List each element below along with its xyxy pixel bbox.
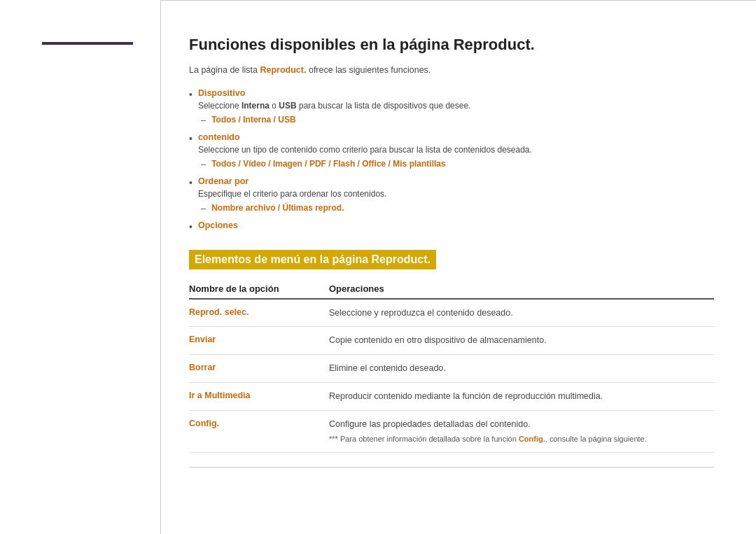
- bullet-content: Dispositivo Seleccione Interna o USB par…: [198, 88, 714, 125]
- bullet-title: Opciones: [198, 220, 714, 230]
- table-row: Enviar Copie contenido en otro dispositi…: [189, 327, 714, 355]
- sub-dash: –: [201, 203, 206, 213]
- intro-highlight: Reproduct.: [260, 65, 306, 75]
- page-title: Funciones disponibles en la página Repro…: [189, 36, 714, 54]
- left-sidebar: [0, 0, 161, 534]
- list-item: • Opciones: [189, 220, 714, 233]
- row-name: Borrar: [189, 362, 329, 372]
- features-list: • Dispositivo Seleccione Interna o USB p…: [189, 88, 714, 233]
- bullet-title: Dispositivo: [198, 88, 714, 98]
- row-name: Ir a Multimedia: [189, 390, 329, 400]
- bullet-dot: •: [189, 177, 192, 189]
- bullet-title: contenido: [198, 132, 714, 142]
- bullet-content: Ordenar por Especifique el criterio para…: [198, 176, 714, 213]
- bullet-dot: •: [189, 221, 192, 233]
- sub-item: – Nombre archivo / Últimas reprod.: [198, 203, 714, 213]
- col-name-header: Nombre de la opción: [189, 283, 329, 294]
- sub-text: Todos / Vídeo / Imagen / PDF / Flash / O…: [211, 159, 446, 169]
- main-content: Funciones disponibles en la página Repro…: [161, 0, 756, 534]
- note-after: , consulte la página siguiente.: [545, 435, 647, 443]
- intro-paragraph: La página de lista Reproduct. ofrece las…: [189, 64, 714, 77]
- sub-dash: –: [201, 159, 206, 169]
- list-item: • contenido Seleccione un tipo de conten…: [189, 132, 714, 169]
- section2-header: Elementos de menú en la página Reproduct…: [189, 250, 436, 269]
- menu-table: Nombre de la opción Operaciones Reprod. …: [189, 283, 714, 468]
- table-header-row: Nombre de la opción Operaciones: [189, 283, 714, 300]
- bullet-dot: •: [189, 133, 192, 145]
- table-row: Borrar Elimine el contenido deseado.: [189, 355, 714, 383]
- bullet-content: Opciones: [198, 220, 714, 232]
- intro-text-after: ofrece las siguientes funciones.: [306, 65, 430, 75]
- row-name: Enviar: [189, 334, 329, 344]
- bullet-dot: •: [189, 89, 192, 101]
- bullet-content: contenido Seleccione un tipo de contenid…: [198, 132, 714, 169]
- sub-text: Nombre archivo / Últimas reprod.: [211, 203, 344, 213]
- row-ops: Copie contenido en otro dispositivo de a…: [329, 334, 714, 347]
- row-ops: Reproducir contenido mediante la función…: [329, 390, 714, 403]
- sub-text: Todos / Interna / USB: [211, 115, 295, 125]
- bullet-desc: Especifique el criterio para ordenar los…: [198, 188, 714, 200]
- list-item: • Ordenar por Especifique el criterio pa…: [189, 176, 714, 213]
- note-highlight: Config.: [519, 435, 545, 443]
- note-before: *** Para obtener información detallada s…: [329, 435, 519, 443]
- sub-item: – Todos / Interna / USB: [198, 115, 714, 125]
- list-item: • Dispositivo Seleccione Interna o USB p…: [189, 88, 714, 125]
- bullet-title: Ordenar por: [198, 176, 714, 186]
- bullet-desc: Seleccione Interna o USB para buscar la …: [198, 99, 714, 112]
- row-ops-main: Configure las propiedades detalladas del…: [329, 418, 714, 431]
- col-ops-header: Operaciones: [329, 283, 714, 294]
- table-row: Reprod. selec. Seleccione y reproduzca e…: [189, 300, 714, 328]
- row-note: *** Para obtener información detallada s…: [329, 433, 714, 445]
- sidebar-decoration: [42, 42, 133, 45]
- sub-item: – Todos / Vídeo / Imagen / PDF / Flash /…: [198, 159, 714, 169]
- row-name: Reprod. selec.: [189, 307, 329, 317]
- row-ops: Seleccione y reproduzca el contenido des…: [329, 307, 714, 320]
- sub-dash: –: [201, 115, 206, 125]
- bottom-border: [189, 467, 714, 468]
- bullet-desc: Seleccione un tipo de contenido como cri…: [198, 143, 714, 156]
- intro-text-before: La página de lista: [189, 65, 260, 75]
- row-name: Config.: [189, 418, 329, 428]
- row-ops: Configure las propiedades detalladas del…: [329, 418, 714, 445]
- table-row: Config. Configure las propiedades detall…: [189, 411, 714, 453]
- table-row: Ir a Multimedia Reproducir contenido med…: [189, 383, 714, 411]
- page-container: Funciones disponibles en la página Repro…: [0, 0, 756, 534]
- row-ops: Elimine el contenido deseado.: [329, 362, 714, 375]
